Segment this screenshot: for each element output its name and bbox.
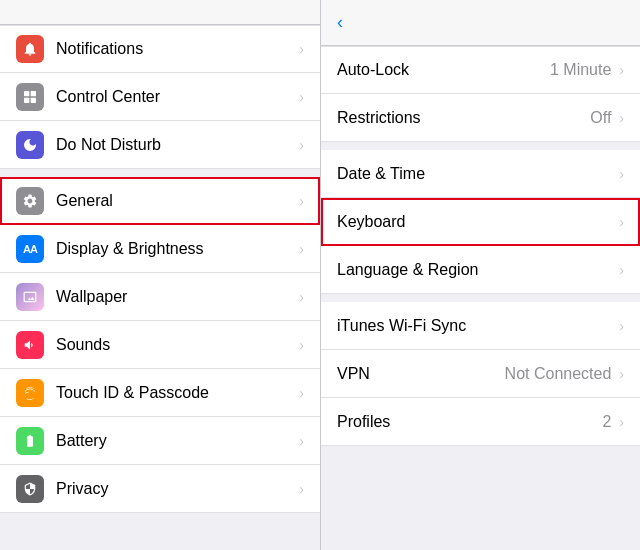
control-center-label: Control Center bbox=[56, 88, 299, 106]
right-item-date-time[interactable]: Date & Time› bbox=[321, 150, 640, 198]
sidebar-item-control-center[interactable]: Control Center› bbox=[0, 73, 320, 121]
general-icon bbox=[16, 187, 44, 215]
right-item-vpn[interactable]: VPNNot Connected› bbox=[321, 350, 640, 398]
separator bbox=[0, 169, 320, 177]
chevron-right-icon: › bbox=[619, 110, 624, 126]
svg-rect-1 bbox=[31, 91, 36, 96]
notifications-icon bbox=[16, 35, 44, 63]
do-not-disturb-label: Do Not Disturb bbox=[56, 136, 299, 154]
display-brightness-icon: AA bbox=[16, 235, 44, 263]
auto-lock-label: Auto-Lock bbox=[337, 61, 550, 79]
right-panel: ‹ Auto-Lock1 Minute›RestrictionsOff›Date… bbox=[321, 0, 640, 550]
back-chevron-icon: ‹ bbox=[337, 12, 343, 33]
sidebar-item-do-not-disturb[interactable]: Do Not Disturb› bbox=[0, 121, 320, 169]
left-panel-header bbox=[0, 0, 320, 25]
itunes-wifi-label: iTunes Wi-Fi Sync bbox=[337, 317, 619, 335]
chevron-right-icon: › bbox=[619, 62, 624, 78]
date-time-label: Date & Time bbox=[337, 165, 619, 183]
auto-lock-value: 1 Minute bbox=[550, 61, 611, 79]
general-label: General bbox=[56, 192, 299, 210]
do-not-disturb-icon bbox=[16, 131, 44, 159]
sidebar-item-battery[interactable]: Battery› bbox=[0, 417, 320, 465]
notifications-label: Notifications bbox=[56, 40, 299, 58]
right-panel-header: ‹ bbox=[321, 0, 640, 46]
wallpaper-label: Wallpaper bbox=[56, 288, 299, 306]
sounds-label: Sounds bbox=[56, 336, 299, 354]
vpn-value: Not Connected bbox=[505, 365, 612, 383]
chevron-right-icon: › bbox=[299, 385, 304, 401]
privacy-label: Privacy bbox=[56, 480, 299, 498]
profiles-value: 2 bbox=[602, 413, 611, 431]
battery-icon bbox=[16, 427, 44, 455]
language-region-label: Language & Region bbox=[337, 261, 619, 279]
privacy-icon bbox=[16, 475, 44, 503]
chevron-right-icon: › bbox=[619, 262, 624, 278]
chevron-right-icon: › bbox=[299, 137, 304, 153]
profiles-label: Profiles bbox=[337, 413, 602, 431]
chevron-right-icon: › bbox=[619, 166, 624, 182]
right-item-auto-lock[interactable]: Auto-Lock1 Minute› bbox=[321, 46, 640, 94]
right-item-restrictions[interactable]: RestrictionsOff› bbox=[321, 94, 640, 142]
svg-rect-3 bbox=[31, 97, 36, 102]
chevron-right-icon: › bbox=[619, 366, 624, 382]
svg-rect-2 bbox=[24, 97, 29, 102]
restrictions-value: Off bbox=[590, 109, 611, 127]
chevron-right-icon: › bbox=[299, 241, 304, 257]
touch-id-label: Touch ID & Passcode bbox=[56, 384, 299, 402]
back-button[interactable]: ‹ bbox=[337, 12, 345, 33]
sidebar-item-general[interactable]: General› bbox=[0, 177, 320, 225]
vpn-label: VPN bbox=[337, 365, 505, 383]
chevron-right-icon: › bbox=[299, 337, 304, 353]
sidebar-item-privacy[interactable]: Privacy› bbox=[0, 465, 320, 513]
right-item-itunes-wifi[interactable]: iTunes Wi-Fi Sync› bbox=[321, 302, 640, 350]
settings-list: Notifications›Control Center›Do Not Dist… bbox=[0, 25, 320, 550]
chevron-right-icon: › bbox=[619, 414, 624, 430]
wallpaper-icon bbox=[16, 283, 44, 311]
chevron-right-icon: › bbox=[299, 89, 304, 105]
chevron-right-icon: › bbox=[619, 318, 624, 334]
chevron-right-icon: › bbox=[299, 193, 304, 209]
chevron-right-icon: › bbox=[299, 481, 304, 497]
right-item-keyboard[interactable]: Keyboard› bbox=[321, 198, 640, 246]
app-container: Notifications›Control Center›Do Not Dist… bbox=[0, 0, 640, 550]
display-brightness-label: Display & Brightness bbox=[56, 240, 299, 258]
sidebar-item-wallpaper[interactable]: Wallpaper› bbox=[0, 273, 320, 321]
right-list: Auto-Lock1 Minute›RestrictionsOff›Date &… bbox=[321, 46, 640, 550]
sidebar-item-display-brightness[interactable]: AADisplay & Brightness› bbox=[0, 225, 320, 273]
chevron-right-icon: › bbox=[299, 41, 304, 57]
chevron-right-icon: › bbox=[299, 433, 304, 449]
sidebar-item-notifications[interactable]: Notifications› bbox=[0, 25, 320, 73]
sidebar-item-sounds[interactable]: Sounds› bbox=[0, 321, 320, 369]
control-center-icon bbox=[16, 83, 44, 111]
separator bbox=[321, 294, 640, 302]
sounds-icon bbox=[16, 331, 44, 359]
keyboard-label: Keyboard bbox=[337, 213, 619, 231]
sidebar-item-touch-id[interactable]: Touch ID & Passcode› bbox=[0, 369, 320, 417]
svg-rect-0 bbox=[24, 91, 29, 96]
touch-id-icon bbox=[16, 379, 44, 407]
right-item-profiles[interactable]: Profiles2› bbox=[321, 398, 640, 446]
separator bbox=[321, 142, 640, 150]
left-panel: Notifications›Control Center›Do Not Dist… bbox=[0, 0, 321, 550]
battery-label: Battery bbox=[56, 432, 299, 450]
restrictions-label: Restrictions bbox=[337, 109, 590, 127]
right-item-language-region[interactable]: Language & Region› bbox=[321, 246, 640, 294]
chevron-right-icon: › bbox=[299, 289, 304, 305]
chevron-right-icon: › bbox=[619, 214, 624, 230]
